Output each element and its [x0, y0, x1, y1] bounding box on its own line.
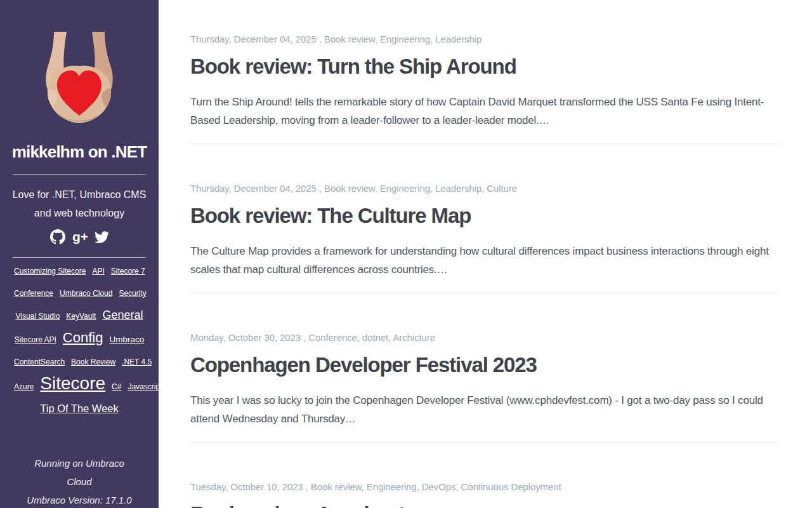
- tag-cloud-row: Visual StudioKeyVaultGeneral: [11, 304, 148, 327]
- post-title-link[interactable]: Book review: The Culture Map: [190, 203, 780, 229]
- tag-dotnet-45[interactable]: .NET 4.5: [122, 358, 152, 366]
- site-description-line1: Love for .NET, Umbraco CMS: [13, 189, 147, 200]
- sidebar-divider-bottom: [13, 257, 146, 258]
- post-date: Thursday, December 04, 2025: [190, 34, 317, 44]
- post-meta: Thursday, December 04, 2025 , Book revie…: [190, 33, 780, 46]
- tag-cloud-row: AzureSitecoreC#Javascript: [11, 373, 148, 398]
- post-date: Thursday, December 04, 2025: [190, 183, 317, 194]
- post-tags[interactable]: Book review, Engineering, Leadership: [324, 34, 481, 44]
- site-title[interactable]: mikkelhm on .NET: [0, 142, 159, 161]
- tag-sitecore[interactable]: Sitecore: [40, 373, 105, 393]
- post-excerpt: This year I was so lucky to join the Cop…: [190, 391, 780, 428]
- tag-cloud-row: ConferenceUmbraco CloudSecurity: [11, 282, 148, 304]
- post-meta: Monday, October 30, 2023 , Conference, d…: [190, 331, 780, 344]
- meta-separator: ,: [317, 34, 324, 44]
- post-excerpt: The Culture Map provides a framework for…: [190, 242, 780, 279]
- tag-contentsearch[interactable]: ContentSearch: [14, 358, 65, 366]
- tag-general[interactable]: General: [102, 309, 143, 321]
- site-description: Love for .NET, Umbraco CMS and web techn…: [0, 185, 159, 222]
- tag-cloud-row: Customizing SitecoreAPISitecore 7: [11, 260, 148, 282]
- tag-visual-studio[interactable]: Visual Studio: [15, 312, 60, 321]
- site-description-line2: and web technology: [34, 208, 124, 218]
- tag-javascript[interactable]: Javascript: [128, 382, 159, 391]
- page: mikkelhm on .NET Love for .NET, Umbraco …: [0, 0, 812, 508]
- tag-api[interactable]: API: [92, 267, 104, 276]
- post-meta: Tuesday, October 10, 2023 , Book review,…: [190, 481, 780, 493]
- svg-text:g+: g+: [72, 229, 88, 244]
- meta-separator: ,: [301, 332, 308, 343]
- social-links: g+: [0, 229, 159, 244]
- tag-sitecore-api[interactable]: Sitecore API: [15, 335, 56, 344]
- tag-azure[interactable]: Azure: [14, 382, 34, 391]
- post-title-link[interactable]: Book review: Accelerate: [190, 501, 780, 508]
- tag-customizing-sitecore[interactable]: Customizing Sitecore: [14, 267, 86, 276]
- tag-cloud-row: Sitecore APIConfigUmbraco: [11, 327, 148, 351]
- post-item: Monday, October 30, 2023 , Conference, d…: [190, 331, 780, 443]
- post-item: Thursday, December 04, 2025 , Book revie…: [190, 182, 780, 293]
- post-tags[interactable]: Book review, Engineering, Leadership, Cu…: [324, 183, 517, 194]
- hands-holding-heart-logo[interactable]: [35, 32, 124, 127]
- post-excerpt: Turn the Ship Around! tells the remarkab…: [190, 93, 780, 130]
- tag-security[interactable]: Security: [119, 289, 146, 298]
- post-meta: Thursday, December 04, 2025 , Book revie…: [190, 182, 780, 195]
- post-list: Thursday, December 04, 2025 , Book revie…: [159, 0, 812, 508]
- tag-cloud-row: Tip Of The Week: [11, 398, 148, 420]
- google-plus-icon[interactable]: g+: [72, 229, 88, 244]
- tag-umbraco-cloud[interactable]: Umbraco Cloud: [60, 289, 112, 298]
- post-title-link[interactable]: Book review: Turn the Ship Around: [190, 53, 780, 80]
- running-on-line1: Running on Umbraco: [0, 454, 159, 472]
- sidebar-divider-top: [13, 174, 146, 175]
- post-tags[interactable]: Conference, dotnet, Archicture: [308, 332, 435, 343]
- running-on-line2: Cloud: [0, 472, 159, 491]
- post-tags[interactable]: Book review, Engineering, DevOps, Contin…: [311, 481, 561, 492]
- umbraco-version: Umbraco Version: 17.1.0: [0, 491, 159, 508]
- tag-sitecore-7[interactable]: Sitecore 7: [111, 267, 145, 276]
- tag-tip-of-the-week[interactable]: Tip Of The Week: [40, 403, 119, 414]
- post-item: Tuesday, October 10, 2023 , Book review,…: [190, 481, 780, 508]
- tag-cloud-row: ContentSearchBook Review.NET 4.5: [11, 351, 148, 373]
- post-date: Monday, October 30, 2023: [190, 332, 301, 343]
- twitter-icon[interactable]: [95, 230, 109, 244]
- sidebar-footer: Running on Umbraco Cloud Umbraco Version…: [0, 454, 159, 508]
- sidebar: mikkelhm on .NET Love for .NET, Umbraco …: [0, 0, 159, 508]
- meta-separator: ,: [317, 183, 324, 194]
- tag-csharp[interactable]: C#: [112, 382, 121, 391]
- post-date: Tuesday, October 10, 2023: [190, 481, 303, 492]
- tag-config[interactable]: Config: [63, 330, 103, 345]
- meta-separator: ,: [303, 481, 311, 492]
- post-title-link[interactable]: Copenhagen Developer Festival 2023: [190, 352, 780, 378]
- tag-keyvault[interactable]: KeyVault: [66, 312, 96, 321]
- github-icon[interactable]: [50, 229, 65, 244]
- tag-book-review[interactable]: Book Review: [71, 358, 115, 366]
- post-item: Thursday, December 04, 2025 , Book revie…: [190, 33, 780, 144]
- tag-cloud: Customizing SitecoreAPISitecore 7 Confer…: [11, 260, 148, 420]
- tag-umbraco[interactable]: Umbraco: [109, 335, 144, 344]
- tag-conference[interactable]: Conference: [14, 289, 53, 298]
